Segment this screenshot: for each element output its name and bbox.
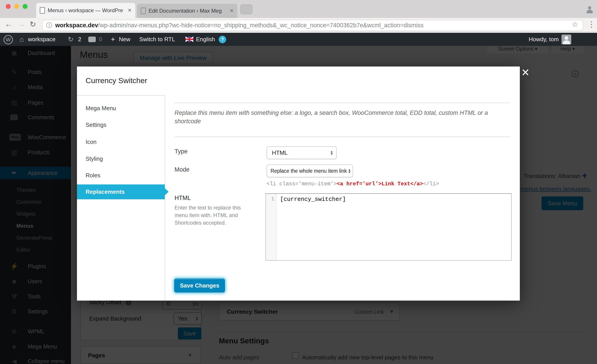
bookmark-star-icon[interactable]: ☆ <box>572 20 578 29</box>
window-zoom-icon[interactable] <box>23 4 27 9</box>
editor-line-number: 1 <box>266 194 276 260</box>
page-favicon <box>40 7 45 14</box>
modal-title: Currency Switcher <box>86 76 147 85</box>
uk-flag-icon <box>185 37 193 42</box>
forward-icon[interactable]: → <box>17 20 25 28</box>
tab-icon[interactable]: Icon <box>77 134 165 150</box>
comments-icon[interactable] <box>88 37 96 42</box>
code-hint: <li class='menu-item'><a href='url'>Link… <box>267 181 439 187</box>
select-arrows-icon: ▲▼ <box>348 169 351 173</box>
updates-count[interactable]: 2 <box>78 33 81 46</box>
window-minimize-icon[interactable] <box>14 4 19 9</box>
tab-styling[interactable]: Styling <box>77 151 165 167</box>
tab-mega-menu[interactable]: Mega Menu <box>77 100 165 116</box>
modal-close-icon[interactable]: ✕ <box>521 67 530 78</box>
updates-icon[interactable]: ↻ <box>68 33 73 46</box>
site-info-icon[interactable]: ⓘ <box>46 21 52 29</box>
comments-count[interactable]: 0 <box>99 33 102 46</box>
url-host: workspace.dev <box>55 22 98 29</box>
tab-replacements[interactable]: Replacements <box>77 185 165 199</box>
browser-tab-active[interactable]: Menus ‹ workspace — WordPre ✕ <box>36 3 135 18</box>
editor-content[interactable]: [currency_switcher] <box>280 196 346 203</box>
wp-admin-bar: W ⌂ workspace ↻ 2 0 + New Switch to RTL … <box>0 33 597 46</box>
browser-menu-dots-icon[interactable]: ⋮ <box>588 20 595 29</box>
new-content-link[interactable]: New <box>119 33 130 46</box>
page-favicon <box>141 8 146 14</box>
select-arrows-icon: ▲▼ <box>330 150 333 155</box>
tab-close-icon[interactable]: ✕ <box>128 8 132 13</box>
browser-profile-icon[interactable] <box>585 5 594 13</box>
mode-select[interactable]: Replace the whole menu item link ▲▼ <box>267 164 353 177</box>
avatar[interactable] <box>562 35 571 44</box>
language-link[interactable]: English <box>196 33 215 46</box>
tab-title: Edit Documentation ‹ Max Meg <box>149 8 227 14</box>
type-label: Type <box>174 148 188 155</box>
browser-titlebar: Menus ‹ workspace — WordPre ✕ Edit Docum… <box>0 0 597 18</box>
browser-tab-inactive[interactable]: Edit Documentation ‹ Max Meg ✕ <box>137 4 237 18</box>
back-icon[interactable]: ← <box>5 20 12 28</box>
html-label: HTML <box>174 195 191 201</box>
type-select[interactable]: HTML ▲▼ <box>267 146 337 159</box>
code-highlight: <a href='url'>Link Text</a> <box>337 181 423 187</box>
home-icon[interactable]: ⌂ <box>20 33 24 46</box>
site-name-link[interactable]: workspace <box>28 33 55 46</box>
browser-toolbar: ← → ↻ ⓘ workspace.dev/wp-admin/nav-menus… <box>0 18 597 32</box>
howdy-account-link[interactable]: Howdy, tom <box>529 33 559 46</box>
content-divider <box>174 103 510 103</box>
help-icon[interactable]: ? <box>219 36 226 43</box>
tab-roles[interactable]: Roles <box>77 167 165 184</box>
refresh-icon[interactable]: ↻ <box>30 20 36 29</box>
mode-label: Mode <box>174 166 190 173</box>
currency-switcher-modal: Currency Switcher Mega Menu Settings Ico… <box>77 67 520 301</box>
save-changes-button[interactable]: Save Changes <box>174 279 225 292</box>
url-text: workspace.dev/wp-admin/nav-menus.php?wc-… <box>55 22 424 29</box>
url-path: /wp-admin/nav-menus.php?wc-hide-notice=n… <box>98 22 424 29</box>
html-code-editor[interactable]: 1 [currency_switcher] <box>266 193 512 261</box>
new-tab-button[interactable] <box>240 4 252 14</box>
tab-divider <box>165 95 165 301</box>
tab-panel-border <box>77 95 165 96</box>
html-help-text: Enter the text to replace this menu item… <box>174 204 248 226</box>
tab-title: Menus ‹ workspace — WordPre <box>48 7 125 14</box>
active-tab-arrow-icon <box>165 188 169 195</box>
new-plus-icon[interactable]: + <box>111 33 115 46</box>
tab-close-icon[interactable]: ✕ <box>230 8 234 14</box>
tab-settings[interactable]: Settings <box>77 116 165 133</box>
window-close-icon[interactable] <box>6 4 11 9</box>
replacements-description: Replace this menu item with something el… <box>174 109 507 125</box>
content-divider <box>174 137 510 137</box>
switch-to-rtl-link[interactable]: Switch to RTL <box>139 33 175 46</box>
wordpress-logo-icon[interactable]: W <box>4 35 13 44</box>
screen: Menus ‹ workspace — WordPre ✕ Edit Docum… <box>0 0 597 364</box>
url-bar[interactable]: ⓘ workspace.dev/wp-admin/nav-menus.php?w… <box>42 20 583 31</box>
